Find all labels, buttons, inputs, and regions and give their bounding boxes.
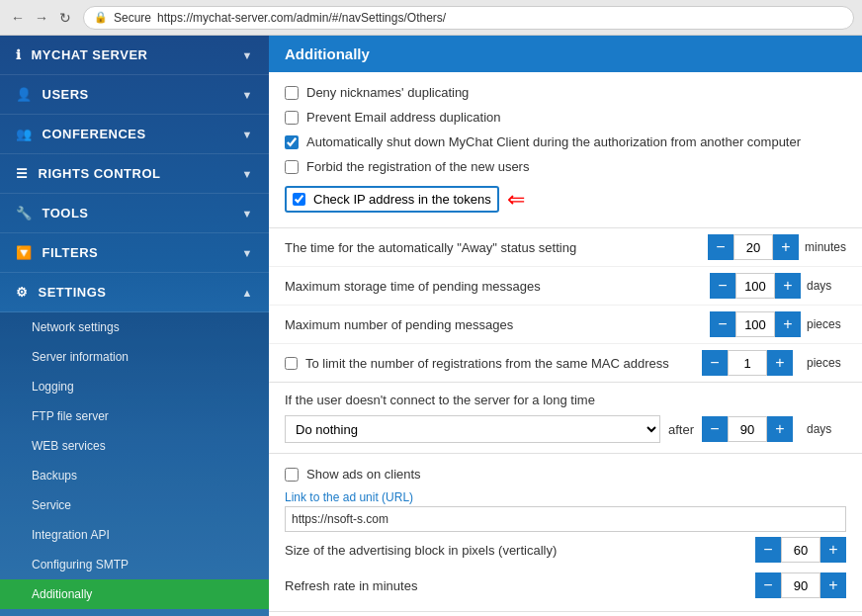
away-row: Do nothing after − 90 + days: [285, 415, 846, 443]
prevent-email-checkbox[interactable]: [285, 111, 299, 125]
refresh-value: 90: [781, 572, 820, 598]
mac-limit-checkbox[interactable]: [285, 357, 298, 370]
sidebar-item-conferences[interactable]: 👥 CONFERENCES ▼: [0, 115, 269, 154]
show-ads-checkbox[interactable]: [285, 468, 299, 482]
conferences-icon: 👥: [16, 127, 33, 141]
max-storage-plus-button[interactable]: +: [775, 273, 801, 299]
refresh-rate-row: Refresh rate in minutes − 90 +: [285, 568, 846, 603]
mac-plus-button[interactable]: +: [767, 350, 793, 376]
away-time-value: 20: [733, 234, 773, 260]
show-ads-label[interactable]: Show ads on clients: [306, 467, 421, 482]
checkbox-group: Deny nicknames' duplicating Prevent Emai…: [269, 72, 862, 228]
sidebar-sub-service[interactable]: Service: [0, 490, 269, 520]
sidebar-sub-web-services[interactable]: WEB services: [0, 431, 269, 461]
sidebar-label-settings: SETTINGS: [39, 285, 107, 300]
sidebar-sub-integration-api[interactable]: Integration API: [0, 520, 269, 550]
sidebar-label-tools: TOOLS: [43, 206, 89, 220]
sidebar-item-settings[interactable]: ⚙ SETTINGS ▲: [0, 273, 269, 312]
max-storage-minus-button[interactable]: −: [710, 273, 735, 299]
away-time-minus-button[interactable]: −: [708, 234, 733, 260]
numeric-row-max-storage: Maximum storage time of pending messages…: [269, 267, 862, 306]
mac-value: 1: [728, 350, 767, 376]
sidebar-label-filters: FILTERS: [43, 245, 99, 260]
sidebar: ℹ MYCHAT SERVER ▼ 👤 USERS ▼ 👥 CONFERENCE…: [0, 36, 269, 616]
refresh-rate-controls: − 90 +: [755, 572, 846, 598]
settings-icon: ⚙: [16, 285, 29, 300]
after-label: after: [668, 422, 694, 437]
max-storage-label: Maximum storage time of pending messages: [285, 279, 710, 294]
ads-size-label: Size of the advertising block in pixels …: [285, 543, 755, 558]
auto-shutdown-label[interactable]: Automatically shut down MyChat Client du…: [306, 134, 801, 149]
away-minus-button[interactable]: −: [702, 416, 728, 442]
mac-controls: − 1 +: [702, 350, 793, 376]
away-select[interactable]: Do nothing: [285, 415, 660, 443]
sidebar-sub-network-settings[interactable]: Network settings: [0, 312, 269, 342]
max-pending-value: 100: [735, 311, 775, 337]
sidebar-sub-ftp[interactable]: FTP file server: [0, 401, 269, 431]
numeric-row-away-time: The time for the automatically "Away" st…: [269, 228, 862, 267]
check-ip-container: Check IP address in the tokens ⇐: [285, 183, 846, 216]
sidebar-sub-backups[interactable]: Backups: [0, 461, 269, 490]
url-label: Link to the ad unit (URL): [285, 490, 846, 504]
checkbox-row-forbid-reg: Forbid the registration of the new users: [285, 154, 846, 179]
check-ip-highlighted-row: Check IP address in the tokens: [285, 186, 499, 213]
ads-size-row: Size of the advertising block in pixels …: [285, 532, 846, 568]
sidebar-item-users[interactable]: 👤 USERS ▼: [0, 75, 269, 115]
section-title: Additionally: [285, 45, 370, 62]
check-ip-label[interactable]: Check IP address in the tokens: [313, 192, 491, 207]
max-pending-minus-button[interactable]: −: [710, 311, 735, 337]
sidebar-item-rights-control[interactable]: ☰ RIGHTS CONTROL ▼: [0, 154, 269, 194]
max-storage-value: 100: [735, 273, 775, 299]
deny-nick-checkbox[interactable]: [285, 86, 299, 100]
refresh-button[interactable]: ↻: [55, 8, 75, 28]
url-input[interactable]: [285, 506, 846, 532]
max-storage-unit: days: [807, 279, 846, 293]
sidebar-sub-configuring-smtp[interactable]: Configuring SMTP: [0, 550, 269, 579]
checkbox-row-prevent-email: Prevent Email address duplication: [285, 105, 846, 130]
max-pending-label: Maximum number of pending messages: [285, 317, 710, 332]
forward-button[interactable]: →: [32, 8, 51, 28]
auto-shutdown-checkbox[interactable]: [285, 135, 299, 149]
filters-icon: 🔽: [16, 245, 33, 260]
tools-icon: 🔧: [16, 206, 33, 220]
refresh-plus-button[interactable]: +: [820, 572, 846, 598]
sidebar-sub-domains[interactable]: Domains: [0, 609, 269, 616]
rights-control-icon: ☰: [16, 166, 29, 181]
back-button[interactable]: ←: [8, 8, 28, 28]
check-ip-checkbox[interactable]: [293, 193, 305, 206]
sidebar-item-filters[interactable]: 🔽 FILTERS ▼: [0, 233, 269, 273]
ads-size-plus-button[interactable]: +: [820, 537, 846, 563]
main-content: Additionally Deny nicknames' duplicating…: [269, 36, 862, 616]
ads-size-minus-button[interactable]: −: [755, 537, 781, 563]
deny-nick-label[interactable]: Deny nicknames' duplicating: [306, 85, 469, 100]
refresh-minus-button[interactable]: −: [755, 572, 781, 598]
sidebar-label-users: USERS: [43, 87, 89, 102]
forbid-reg-checkbox[interactable]: [285, 160, 299, 174]
away-section-label: If the user doesn't connect to the serve…: [285, 393, 846, 407]
mac-minus-button[interactable]: −: [702, 350, 728, 376]
secure-label: Secure: [114, 11, 151, 25]
sidebar-item-mychat-server[interactable]: ℹ MYCHAT SERVER ▼: [0, 36, 269, 75]
max-pending-plus-button[interactable]: +: [775, 311, 801, 337]
address-bar[interactable]: 🔒 Secure https://mychat-server.com/admin…: [83, 6, 854, 30]
sidebar-item-tools[interactable]: 🔧 TOOLS ▼: [0, 194, 269, 233]
prevent-email-label[interactable]: Prevent Email address duplication: [306, 110, 501, 125]
numeric-row-max-pending: Maximum number of pending messages − 100…: [269, 306, 862, 344]
chevron-down-icon: ▼: [242, 49, 253, 61]
away-time-plus-button[interactable]: +: [773, 234, 799, 260]
sidebar-sub-additionally[interactable]: Additionally: [0, 579, 269, 609]
sidebar-sub-logging[interactable]: Logging: [0, 372, 269, 401]
chevron-down-icon: ▼: [242, 247, 253, 259]
sidebar-label-mychat-server: MYCHAT SERVER: [32, 47, 148, 62]
away-value: 90: [728, 416, 767, 442]
sidebar-sub-server-information[interactable]: Server information: [0, 342, 269, 372]
max-pending-controls: − 100 +: [710, 311, 801, 337]
refresh-rate-label: Refresh rate in minutes: [285, 578, 755, 593]
ads-size-value: 60: [781, 537, 820, 563]
away-time-controls: − 20 +: [708, 234, 799, 260]
away-plus-button[interactable]: +: [767, 416, 793, 442]
numeric-section: The time for the automatically "Away" st…: [269, 228, 862, 383]
max-storage-controls: − 100 +: [710, 273, 801, 299]
forbid-reg-label[interactable]: Forbid the registration of the new users: [306, 159, 529, 174]
chevron-up-icon: ▲: [242, 287, 253, 299]
